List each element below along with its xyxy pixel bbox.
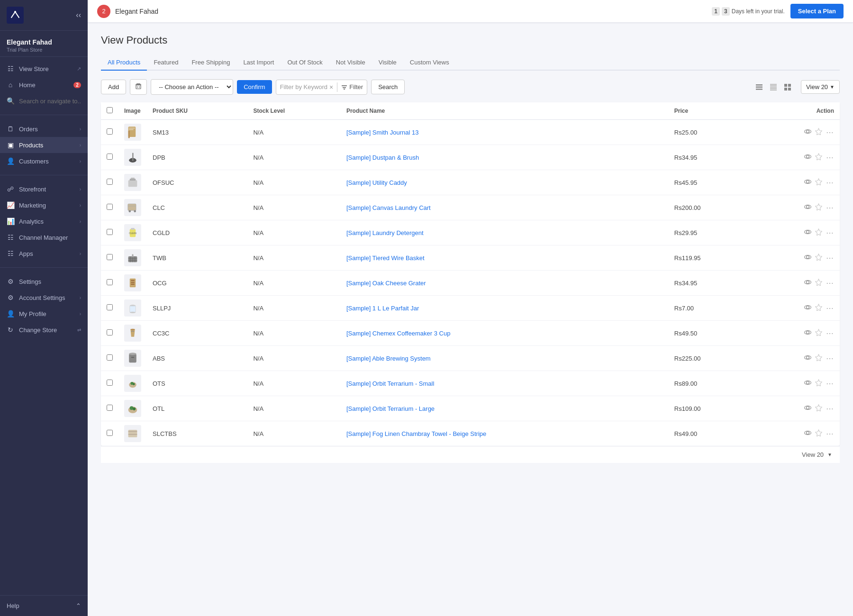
search-button[interactable]: Search xyxy=(371,80,405,94)
star-icon-6[interactable] xyxy=(815,279,822,287)
product-link-11[interactable]: [Sample] Orbit Terrarium - Large xyxy=(346,405,435,412)
row-checkbox-0[interactable] xyxy=(107,128,113,135)
row-checkbox-5[interactable] xyxy=(107,254,113,260)
product-link-0[interactable]: [Sample] Smith Journal 13 xyxy=(346,129,418,136)
more-options-10[interactable]: ⋯ xyxy=(826,379,834,388)
filter-clear-button[interactable]: × xyxy=(329,83,333,91)
select-plan-button[interactable]: Select a Plan xyxy=(790,4,844,18)
view-icon-3[interactable] xyxy=(804,203,811,212)
more-options-8[interactable]: ⋯ xyxy=(826,329,834,338)
tab-featured[interactable]: Featured xyxy=(147,55,185,71)
view-icon-10[interactable] xyxy=(804,379,811,388)
view-count-dropdown[interactable]: View 20 ▼ xyxy=(801,80,840,94)
notification-bell[interactable]: 2 xyxy=(97,5,110,18)
product-link-6[interactable]: [Sample] Oak Cheese Grater xyxy=(346,280,426,287)
star-icon-0[interactable] xyxy=(815,128,822,136)
star-icon-9[interactable] xyxy=(815,354,822,362)
more-options-11[interactable]: ⋯ xyxy=(826,404,834,413)
sidebar-item-orders[interactable]: 🗒 Orders › xyxy=(0,121,88,137)
more-options-5[interactable]: ⋯ xyxy=(826,254,834,263)
row-checkbox-12[interactable] xyxy=(107,430,113,436)
tab-out-of-stock[interactable]: Out Of Stock xyxy=(281,55,329,71)
product-link-8[interactable]: [Sample] Chemex Coffeemaker 3 Cup xyxy=(346,330,450,337)
product-link-2[interactable]: [Sample] Utility Caddy xyxy=(346,179,407,186)
sidebar-item-change-store[interactable]: ↻ Change Store ⇄ xyxy=(0,322,88,338)
sidebar-item-analytics[interactable]: 📊 Analytics › xyxy=(0,213,88,229)
search-input[interactable] xyxy=(19,98,81,105)
sidebar-item-apps[interactable]: ☷ Apps › xyxy=(0,245,88,262)
row-checkbox-2[interactable] xyxy=(107,179,113,185)
star-icon-1[interactable] xyxy=(815,153,822,162)
sidebar-item-view-store[interactable]: ☷ View Store ↗ xyxy=(0,61,88,77)
row-checkbox-9[interactable] xyxy=(107,354,113,361)
tab-not-visible[interactable]: Not Visible xyxy=(329,55,372,71)
star-icon-7[interactable] xyxy=(815,304,822,312)
filter-toggle-button[interactable]: Filter xyxy=(341,83,363,91)
view-icon-8[interactable] xyxy=(804,329,811,337)
product-link-4[interactable]: [Sample] Laundry Detergent xyxy=(346,229,424,236)
tab-all-products[interactable]: All Products xyxy=(101,55,147,71)
sidebar-item-help[interactable]: Help ⌃ xyxy=(0,598,88,614)
grid-view-icon[interactable] xyxy=(781,81,794,94)
row-checkbox-6[interactable] xyxy=(107,279,113,285)
view-icon-5[interactable] xyxy=(804,254,811,262)
star-icon-2[interactable] xyxy=(815,178,822,187)
star-icon-10[interactable] xyxy=(815,379,822,388)
view-icon-11[interactable] xyxy=(804,404,811,413)
product-link-12[interactable]: [Sample] Fog Linen Chambray Towel - Beig… xyxy=(346,430,486,437)
more-options-7[interactable]: ⋯ xyxy=(826,304,834,313)
row-checkbox-11[interactable] xyxy=(107,405,113,411)
more-options-3[interactable]: ⋯ xyxy=(826,203,834,212)
more-options-9[interactable]: ⋯ xyxy=(826,354,834,363)
sidebar-item-my-profile[interactable]: 👤 My Profile › xyxy=(0,306,88,322)
sidebar-item-products[interactable]: ▣ Products › xyxy=(0,137,88,153)
confirm-button[interactable]: Confirm xyxy=(237,80,272,94)
star-icon-12[interactable] xyxy=(815,429,822,438)
row-checkbox-3[interactable] xyxy=(107,204,113,210)
sidebar-item-account-settings[interactable]: ⚙ Account Settings › xyxy=(0,290,88,306)
more-options-12[interactable]: ⋯ xyxy=(826,429,834,438)
collapse-sidebar-button[interactable]: ‹‹ xyxy=(76,11,81,19)
view-icon-1[interactable] xyxy=(804,153,811,162)
sidebar-item-home[interactable]: ⌂ Home 2 xyxy=(0,77,88,93)
more-options-6[interactable]: ⋯ xyxy=(826,279,834,288)
list-view-icon[interactable] xyxy=(753,81,766,94)
view-icon-0[interactable] xyxy=(804,128,811,136)
sidebar-item-storefront[interactable]: ☍ Storefront › xyxy=(0,181,88,197)
row-checkbox-7[interactable] xyxy=(107,304,113,310)
sidebar-item-search[interactable]: 🔍 xyxy=(0,93,88,109)
product-link-7[interactable]: [Sample] 1 L Le Parfait Jar xyxy=(346,305,419,312)
more-options-2[interactable]: ⋯ xyxy=(826,178,834,187)
star-icon-5[interactable] xyxy=(815,254,822,262)
product-link-5[interactable]: [Sample] Tiered Wire Basket xyxy=(346,254,425,262)
sidebar-item-marketing[interactable]: 📈 Marketing › xyxy=(0,197,88,213)
add-button[interactable]: Add xyxy=(101,80,126,94)
tab-last-import[interactable]: Last Import xyxy=(236,55,281,71)
product-link-1[interactable]: [Sample] Dustpan & Brush xyxy=(346,154,419,161)
select-all-checkbox[interactable] xyxy=(107,107,113,113)
row-checkbox-8[interactable] xyxy=(107,329,113,335)
star-icon-4[interactable] xyxy=(815,228,822,237)
view-icon-7[interactable] xyxy=(804,304,811,312)
view-icon-2[interactable] xyxy=(804,178,811,187)
star-icon-11[interactable] xyxy=(815,404,822,413)
more-options-1[interactable]: ⋯ xyxy=(826,153,834,162)
view-icon-9[interactable] xyxy=(804,354,811,362)
more-options-4[interactable]: ⋯ xyxy=(826,228,834,237)
product-link-9[interactable]: [Sample] Able Brewing System xyxy=(346,355,431,362)
bulk-action-select[interactable]: -- Choose an Action -- Delete Set Visibl… xyxy=(151,79,233,95)
sidebar-item-settings[interactable]: ⚙ Settings xyxy=(0,273,88,290)
product-link-10[interactable]: [Sample] Orbit Terrarium - Small xyxy=(346,380,434,387)
view-icon-4[interactable] xyxy=(804,228,811,237)
sidebar-item-channel-manager[interactable]: ☷ Channel Manager xyxy=(0,229,88,245)
product-link-3[interactable]: [Sample] Canvas Laundry Cart xyxy=(346,204,431,211)
view-icon-12[interactable] xyxy=(804,429,811,438)
sidebar-item-customers[interactable]: 👤 Customers › xyxy=(0,153,88,169)
row-checkbox-10[interactable] xyxy=(107,380,113,386)
delete-button[interactable] xyxy=(130,79,147,95)
tab-custom-views[interactable]: Custom Views xyxy=(403,55,456,71)
tab-free-shipping[interactable]: Free Shipping xyxy=(185,55,236,71)
star-icon-8[interactable] xyxy=(815,329,822,337)
more-options-0[interactable]: ⋯ xyxy=(826,128,834,137)
compact-view-icon[interactable] xyxy=(767,81,780,94)
